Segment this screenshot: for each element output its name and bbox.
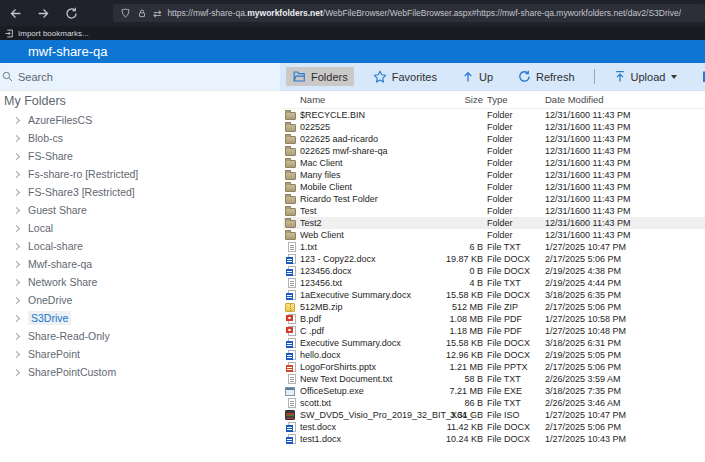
column-header-type[interactable]: Type xyxy=(487,91,543,108)
docx-file-icon xyxy=(288,434,296,444)
forward-button[interactable] xyxy=(36,6,50,20)
file-name: Test2 xyxy=(300,217,473,229)
file-row[interactable]: C .pdf1.18 MBFile PDF1/27/2025 10:48 PM xyxy=(283,325,705,337)
file-row[interactable]: 123456.docx0 BFile DOCX2/19/2025 4:38 PM xyxy=(283,265,705,277)
folders-button[interactable]: Folders xyxy=(286,67,354,86)
upload-button[interactable]: Upload xyxy=(608,67,684,86)
new-button[interactable]: New xyxy=(696,67,705,86)
file-row[interactable]: Test2Folder12/31/1600 11:43 PM xyxy=(283,217,705,229)
file-type: File DOCX xyxy=(487,349,543,361)
file-row[interactable]: 123456.txt4 BFile TXT2/19/2025 4:44 PM xyxy=(283,277,705,289)
file-list-header: Name Size Type Date Modified xyxy=(283,91,705,109)
sidebar-item-azurefilescs[interactable]: AzureFilesCS xyxy=(0,111,280,129)
chevron-right-icon[interactable] xyxy=(13,116,20,123)
chevron-right-icon[interactable] xyxy=(13,242,20,249)
chevron-right-icon[interactable] xyxy=(13,206,20,213)
zip-file-icon xyxy=(285,303,295,312)
file-date-modified: 1/27/2025 10:43 PM xyxy=(545,433,626,445)
file-row[interactable]: Executive Summary.docx15.58 KBFile DOCX3… xyxy=(283,337,705,349)
chevron-right-icon[interactable] xyxy=(13,314,20,321)
file-row[interactable]: test.docx11.42 KBFile DOCX2/17/2025 5:06… xyxy=(283,421,705,433)
file-row[interactable]: 512MB.zip512 MBFile ZIP2/17/2025 5:06 PM xyxy=(283,301,705,313)
column-header-date-modified[interactable]: Date Modified xyxy=(545,91,604,108)
file-row[interactable]: hello.docx12.96 KBFile DOCX2/19/2025 5:0… xyxy=(283,349,705,361)
column-header-size[interactable]: Size xyxy=(403,91,483,108)
chevron-right-icon[interactable] xyxy=(13,296,20,303)
file-row[interactable]: Mac ClientFolder12/31/1600 11:43 PM xyxy=(283,157,705,169)
folder-icon xyxy=(285,232,296,240)
sidebar-item-fs-share[interactable]: FS-Share xyxy=(0,147,280,165)
sidebar-item-mwf-share-qa[interactable]: Mwf-share-qa xyxy=(0,255,280,273)
txt-file-icon xyxy=(288,242,296,252)
chevron-right-icon[interactable] xyxy=(13,188,20,195)
sidebar-item-label: OneDrive xyxy=(28,294,72,306)
favorites-button[interactable]: Favorites xyxy=(367,67,443,86)
chevron-down-icon xyxy=(671,75,677,79)
url-bar[interactable]: ⇄ https://mwf-share-qa.myworkfolders.net… xyxy=(113,4,705,22)
import-icon xyxy=(5,29,14,38)
file-row[interactable]: 1aExecutive Summary.docx15.58 KBFile DOC… xyxy=(283,289,705,301)
chevron-right-icon[interactable] xyxy=(13,368,20,375)
file-row[interactable]: scott.txt86 BFile TXT2/26/2025 3:46 AM xyxy=(283,397,705,409)
file-date-modified: 1/27/2025 10:47 PM xyxy=(545,241,626,253)
file-row[interactable]: 022525Folder12/31/1600 11:43 PM xyxy=(283,121,705,133)
tab-switch-icon[interactable]: ⇄ xyxy=(153,8,161,19)
file-row[interactable]: 1.txt6 BFile TXT1/27/2025 10:47 PM xyxy=(283,241,705,253)
chevron-right-icon[interactable] xyxy=(13,134,20,141)
file-name: Mobile Client xyxy=(300,181,473,193)
back-button[interactable] xyxy=(8,6,22,20)
sidebar-item-sharepoint[interactable]: SharePoint xyxy=(0,345,280,363)
file-row[interactable]: 123 - Copy22.docx19.87 KBFile DOCX2/17/2… xyxy=(283,253,705,265)
docx-file-icon xyxy=(288,338,296,348)
docx-file-icon xyxy=(288,290,296,300)
file-row[interactable]: B.pdf1.08 MBFile PDF1/27/2025 10:58 PM xyxy=(283,313,705,325)
file-row[interactable]: TestFolder12/31/1600 11:43 PM xyxy=(283,205,705,217)
chevron-right-icon[interactable] xyxy=(13,152,20,159)
search-input[interactable]: Search xyxy=(0,63,280,91)
file-date-modified: 12/31/1600 11:43 PM xyxy=(545,109,630,121)
file-row[interactable]: OfficeSetup.exe7.21 MBFile EXE3/18/2025 … xyxy=(283,385,705,397)
file-row[interactable]: 022625 aad-ricardoFolder12/31/1600 11:43… xyxy=(283,133,705,145)
import-bookmarks-button[interactable]: Import bookmarks... xyxy=(5,29,89,38)
sidebar-item-share-read-only[interactable]: Share-Read-Only xyxy=(0,327,280,345)
file-row[interactable]: $RECYCLE.BINFolder12/31/1600 11:43 PM xyxy=(283,109,705,121)
sidebar-item-local[interactable]: Local xyxy=(0,219,280,237)
sidebar-item-blob-cs[interactable]: Blob-cs xyxy=(0,129,280,147)
folder-icon xyxy=(285,136,296,144)
sidebar-item-s3drive[interactable]: S3Drive xyxy=(0,309,280,327)
file-size: 3.31 GB xyxy=(403,409,483,421)
file-row[interactable]: test1.docx10.24 KBFile DOCX1/27/2025 10:… xyxy=(283,433,705,445)
forward-arrow-icon xyxy=(37,7,50,20)
chevron-right-icon[interactable] xyxy=(13,260,20,267)
file-row[interactable]: Web ClientFolder12/31/1600 11:43 PM xyxy=(283,229,705,241)
file-row[interactable]: 022625 mwf-share-qaFolder12/31/1600 11:4… xyxy=(283,145,705,157)
file-row[interactable]: Ricardo Test FolderFolder12/31/1600 11:4… xyxy=(283,193,705,205)
sidebar-item-guest-share[interactable]: Guest Share xyxy=(0,201,280,219)
sidebar-item-onedrive[interactable]: OneDrive xyxy=(0,291,280,309)
refresh-button[interactable]: Refresh xyxy=(512,67,581,86)
file-row[interactable]: SW_DVD5_Visio_Pro_2019_32_BIT_X64_Englis… xyxy=(283,409,705,421)
chevron-right-icon[interactable] xyxy=(13,170,20,177)
folder-icon xyxy=(285,124,296,132)
sidebar-item-network-share[interactable]: Network Share xyxy=(0,273,280,291)
file-row[interactable]: Many filesFolder12/31/1600 11:43 PM xyxy=(283,169,705,181)
file-name: Many files xyxy=(300,169,473,181)
chevron-right-icon[interactable] xyxy=(13,224,20,231)
sidebar-item-fs-share3-restricted-[interactable]: FS-Share3 [Restricted] xyxy=(0,183,280,201)
sidebar-item-sharepointcustom[interactable]: SharePointCustom xyxy=(0,363,280,381)
file-type: Folder xyxy=(487,229,543,241)
chevron-right-icon[interactable] xyxy=(13,332,20,339)
file-row[interactable]: New Text Document.txt58 BFile TXT2/26/20… xyxy=(283,373,705,385)
chevron-right-icon[interactable] xyxy=(13,350,20,357)
shield-icon[interactable] xyxy=(120,8,131,19)
folder-icon xyxy=(285,148,296,156)
lock-icon[interactable] xyxy=(137,8,147,19)
sidebar-item-fs-share-ro-restricted-[interactable]: Fs-share-ro [Restricted] xyxy=(0,165,280,183)
file-row[interactable]: LogoForShirts.pptx1.21 MBFile PPTX2/17/2… xyxy=(283,361,705,373)
sidebar-item-local-share[interactable]: Local-share xyxy=(0,237,280,255)
file-row[interactable]: Mobile ClientFolder12/31/1600 11:43 PM xyxy=(283,181,705,193)
reload-button[interactable] xyxy=(64,6,78,20)
chevron-right-icon[interactable] xyxy=(13,278,20,285)
up-button[interactable]: Up xyxy=(456,67,499,86)
file-type: File PPTX xyxy=(487,361,543,373)
